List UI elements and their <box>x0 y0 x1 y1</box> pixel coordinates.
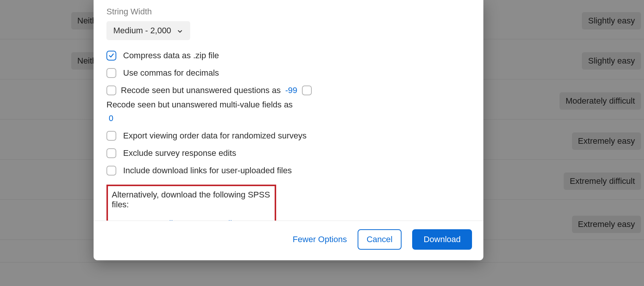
spss-alt-text: Alternatively, download the following SP… <box>112 190 271 210</box>
export-order-checkbox[interactable] <box>106 131 116 141</box>
string-width-value: Medium - 2,000 <box>113 26 171 36</box>
string-width-select[interactable]: Medium - 2,000 <box>106 21 190 40</box>
commas-label: Use commas for decimals <box>123 68 219 78</box>
export-order-label: Export viewing order data for randomized… <box>123 131 306 141</box>
recode-multi-value[interactable]: 0 <box>109 113 113 123</box>
include-links-checkbox[interactable] <box>106 166 116 176</box>
recode-multi-label: Recode seen but unanswered multi-value f… <box>106 100 293 110</box>
recode-unanswered-checkbox[interactable] <box>106 85 116 95</box>
compress-label: Compress data as .zip file <box>123 51 219 61</box>
commas-checkbox[interactable] <box>106 68 116 78</box>
exclude-edits-label: Exclude survey response edits <box>123 148 236 158</box>
recode-unanswered-value[interactable]: -99 <box>285 85 297 95</box>
recode-multi-checkbox[interactable] <box>302 85 312 95</box>
modal-footer: Fewer Options Cancel Download <box>94 221 483 260</box>
include-links-label: Include download links for user-uploaded… <box>123 166 292 176</box>
exclude-edits-checkbox[interactable] <box>106 148 116 158</box>
download-button[interactable]: Download <box>412 229 472 250</box>
chevron-down-icon <box>177 27 183 34</box>
string-width-label: String Width <box>106 7 470 17</box>
download-options-modal: String Width Medium - 2,000 Compress dat… <box>94 0 483 260</box>
modal-body: String Width Medium - 2,000 Compress dat… <box>94 0 483 221</box>
fewer-options-button[interactable]: Fewer Options <box>293 235 347 244</box>
spss-alt-section: Alternatively, download the following SP… <box>106 185 276 221</box>
compress-checkbox[interactable] <box>106 51 116 61</box>
cancel-button[interactable]: Cancel <box>358 229 402 250</box>
recode-unanswered-label: Recode seen but unanswered questions as <box>121 85 281 95</box>
options-list: Compress data as .zip file Use commas fo… <box>106 47 470 179</box>
